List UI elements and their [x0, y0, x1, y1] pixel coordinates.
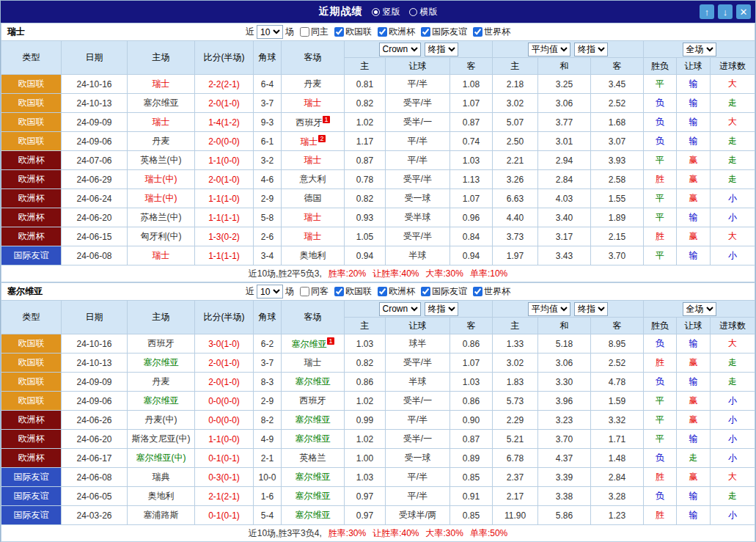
- league-filter-2[interactable]: 国际友谊: [417, 285, 467, 298]
- team-name[interactable]: 塞尔维亚: [291, 339, 326, 349]
- col-odds-home: 主: [345, 58, 386, 75]
- team-name[interactable]: 瑞士: [300, 136, 318, 147]
- home-team-cell: 塞尔维亚: [128, 94, 195, 113]
- league-checkbox[interactable]: [421, 287, 430, 296]
- close-button[interactable]: ✕: [736, 4, 751, 19]
- goals-value: 走: [711, 170, 755, 189]
- league-checkbox[interactable]: [334, 287, 344, 296]
- summary-row: 近10场,胜3平3负4,胜率:30%让胜率:40%大率:30%单率:50%: [1, 525, 755, 542]
- team-name[interactable]: 塞尔维亚: [296, 414, 331, 425]
- team-name[interactable]: 西班牙: [148, 338, 175, 348]
- team-name[interactable]: 瑞士: [304, 357, 322, 367]
- summary-stat: 大率:30%: [426, 268, 463, 279]
- team-name[interactable]: 丹麦: [304, 78, 322, 89]
- final-odds-select[interactable]: 终指: [574, 302, 608, 316]
- team-name[interactable]: 塞尔维亚: [296, 472, 331, 482]
- team-name[interactable]: 塞尔维亚: [296, 433, 331, 444]
- league-filter-1[interactable]: 欧洲杯: [374, 26, 415, 38]
- goals-value: 走: [711, 94, 755, 113]
- match-row: 欧洲杯24-06-24瑞士(中)1-1(1-0)2-9德国0.82受一球1.07…: [1, 189, 755, 208]
- team-name[interactable]: 英格兰: [300, 453, 326, 463]
- team-name[interactable]: 瑞士: [153, 78, 170, 89]
- team-name[interactable]: 塞尔维亚: [296, 491, 331, 501]
- team-name[interactable]: 瑞士: [153, 117, 170, 127]
- goals-value: 走: [711, 373, 755, 392]
- recent-count-select[interactable]: 10: [257, 285, 283, 299]
- team-name[interactable]: 瑞典: [153, 472, 170, 482]
- team-name[interactable]: 瑞士(中): [145, 193, 177, 203]
- league-filter-3[interactable]: 世界杯: [469, 285, 510, 298]
- move-down-button[interactable]: ↓: [718, 4, 733, 19]
- match-row: 国际友谊24-06-08瑞士1-1(1-1)3-4奥地利0.94半球0.941.…: [1, 246, 755, 265]
- match-filters: 近 10 场 同主 欧国联 欧洲杯 国际友谊 世界杯: [246, 25, 510, 39]
- league-filter-2[interactable]: 国际友谊: [417, 26, 467, 38]
- final-odds-select[interactable]: 终指: [425, 43, 458, 56]
- recent-count-select[interactable]: 10: [257, 25, 283, 39]
- match-row: 欧洲杯24-06-15匈牙利(中)1-3(0-2)2-6瑞士1.05受平/半0.…: [1, 227, 755, 246]
- team-name[interactable]: 塞浦路斯: [144, 510, 179, 520]
- odds-value: 0.96: [450, 208, 493, 227]
- team-name[interactable]: 瑞士: [304, 98, 322, 108]
- team-name[interactable]: 塞尔维亚: [296, 510, 331, 520]
- team-name[interactable]: 塞尔维亚: [144, 357, 179, 367]
- league-checkbox[interactable]: [378, 27, 387, 37]
- same-venue-label: 同主: [311, 26, 329, 38]
- league-filter-3[interactable]: 世界杯: [469, 26, 510, 38]
- team-name[interactable]: 瑞士: [304, 212, 322, 222]
- match-score: 0-1(0-1): [195, 449, 254, 468]
- team-name[interactable]: 匈牙利(中): [141, 231, 182, 241]
- team-name[interactable]: 丹麦(中): [145, 414, 177, 425]
- team-name[interactable]: 瑞士: [304, 155, 322, 165]
- average-odds-value: 3.73: [493, 227, 538, 246]
- league-checkbox[interactable]: [473, 27, 482, 37]
- team-name[interactable]: 奥地利: [148, 491, 175, 501]
- team-name[interactable]: 塞尔维亚(中): [136, 453, 186, 463]
- corner-score: 2-9: [254, 189, 282, 208]
- average-select[interactable]: 平均值: [528, 302, 570, 316]
- team-name[interactable]: 瑞士: [153, 250, 170, 260]
- section-header-bar: 塞尔维亚 近 10 场 同客 欧国联 欧洲杯 国际友谊 世界杯: [1, 282, 755, 300]
- same-venue-filter[interactable]: 同主: [296, 26, 329, 38]
- team-name[interactable]: 德国: [304, 193, 322, 203]
- league-checkbox[interactable]: [378, 287, 387, 296]
- team-name[interactable]: 斯洛文尼亚(中): [132, 433, 191, 444]
- league-filter-0[interactable]: 欧国联: [331, 285, 372, 298]
- view-mode-radios: 竖版横版: [372, 6, 438, 18]
- final-odds-select[interactable]: 终指: [574, 43, 608, 56]
- final-odds-select[interactable]: 终指: [425, 302, 458, 316]
- competition-type-badge: 欧洲杯: [1, 208, 62, 227]
- move-up-button[interactable]: ↑: [700, 4, 714, 19]
- bookmaker-select[interactable]: Crown: [379, 43, 421, 56]
- corner-score: 5-8: [254, 208, 282, 227]
- team-name[interactable]: 塞尔维亚: [144, 98, 179, 108]
- match-scope-select[interactable]: 全场: [683, 302, 716, 316]
- team-name[interactable]: 丹麦: [153, 136, 170, 146]
- match-scope-select[interactable]: 全场: [683, 43, 716, 56]
- team-name[interactable]: 奥地利: [300, 250, 326, 260]
- team-name[interactable]: 西班牙: [296, 117, 322, 128]
- team-name[interactable]: 英格兰(中): [141, 155, 182, 165]
- team-name[interactable]: 瑞士: [304, 231, 322, 241]
- handicap-value: 赢: [677, 354, 711, 373]
- team-name[interactable]: 西班牙: [300, 395, 326, 406]
- match-date: 24-10-13: [62, 94, 128, 113]
- team-name[interactable]: 苏格兰(中): [141, 212, 182, 222]
- league-checkbox[interactable]: [473, 287, 482, 296]
- average-select[interactable]: 平均值: [528, 43, 570, 56]
- team-name[interactable]: 塞尔维亚: [296, 376, 331, 387]
- league-checkbox[interactable]: [421, 27, 430, 37]
- view-mode-radio[interactable]: 竖版: [372, 6, 400, 18]
- league-filter-0[interactable]: 欧国联: [331, 26, 372, 38]
- same-venue-checkbox[interactable]: [300, 27, 309, 37]
- bookmaker-select[interactable]: Crown: [379, 302, 421, 316]
- league-checkbox[interactable]: [334, 27, 344, 37]
- team-name[interactable]: 塞尔维亚: [144, 395, 179, 406]
- team-name[interactable]: 意大利: [300, 174, 326, 184]
- team-name[interactable]: 瑞士(中): [145, 174, 177, 184]
- same-venue-checkbox[interactable]: [300, 287, 309, 296]
- team-name[interactable]: 丹麦: [153, 376, 170, 387]
- league-filter-1[interactable]: 欧洲杯: [374, 285, 415, 298]
- view-mode-radio[interactable]: 横版: [409, 6, 438, 18]
- same-venue-filter[interactable]: 同客: [296, 285, 329, 298]
- average-odds-value: 3.28: [591, 487, 644, 506]
